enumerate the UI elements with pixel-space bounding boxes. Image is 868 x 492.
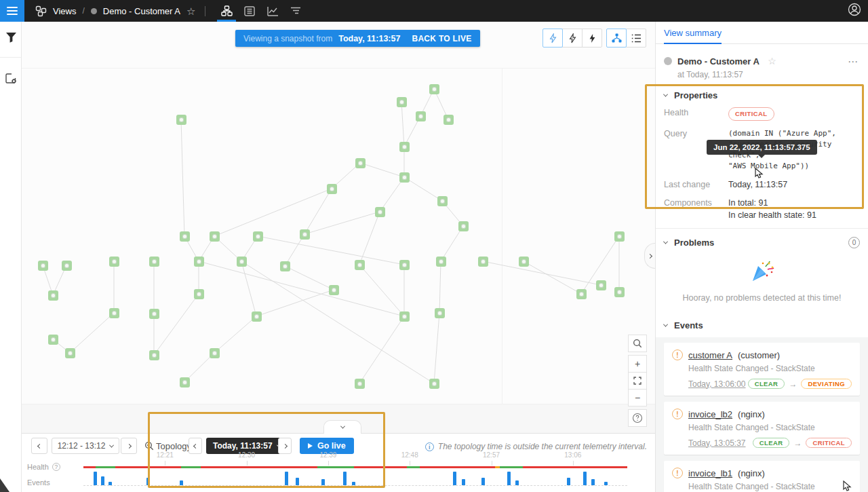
topology-node[interactable] <box>458 221 469 231</box>
lightning-outline-button[interactable] <box>562 29 583 48</box>
timeline-tracks[interactable]: 12:2112:3012:3912:4812:5713:06 <box>83 451 627 492</box>
topology-node[interactable] <box>149 350 159 360</box>
event-card[interactable]: !customer A(customer)Health State Change… <box>664 343 860 396</box>
topology-node[interactable] <box>327 184 337 194</box>
event-time-link[interactable]: Today, 13:06:00 <box>688 379 746 389</box>
topology-node[interactable] <box>576 289 587 299</box>
telemetry-chart-tab[interactable] <box>264 0 281 22</box>
range-prev-button[interactable] <box>31 438 47 454</box>
topology-node[interactable] <box>437 196 448 206</box>
topology-node[interactable] <box>176 115 186 125</box>
user-avatar[interactable] <box>848 3 861 19</box>
topology-node[interactable] <box>399 142 410 152</box>
events-section-header[interactable]: Events <box>656 312 868 337</box>
event-bar <box>462 479 465 485</box>
topology-node[interactable] <box>62 261 72 271</box>
breadcrumb-view-title[interactable]: Demo - Customer A <box>103 6 180 16</box>
event-time-link[interactable]: Today, 13:05:37 <box>688 438 746 448</box>
more-options-icon[interactable]: ⋯ <box>846 55 860 68</box>
topology-node[interactable] <box>519 257 529 267</box>
topology-node[interactable] <box>48 290 58 301</box>
topology-node[interactable] <box>109 308 119 318</box>
event-card[interactable]: !invoice_lb2(nginx)Health State Changed … <box>664 402 860 455</box>
topology-node[interactable] <box>180 377 190 387</box>
lightning-outline-blue-button[interactable] <box>542 29 563 48</box>
topology-edge <box>401 102 404 147</box>
topology-node[interactable] <box>399 311 410 322</box>
health-help-icon[interactable]: ? <box>52 463 60 471</box>
topology-node[interactable] <box>375 207 385 217</box>
zoom-to-fit-magnifier-button[interactable] <box>628 335 647 352</box>
list-layout-button[interactable] <box>626 29 646 48</box>
components-table-tab[interactable] <box>241 0 258 22</box>
events-list: !customer A(customer)Health State Change… <box>656 337 868 492</box>
topology-node[interactable] <box>429 379 439 389</box>
favorite-star-icon[interactable]: ☆ <box>768 56 776 67</box>
topology-node[interactable] <box>252 311 262 322</box>
topology-node[interactable] <box>355 158 366 168</box>
hamburger-menu-button[interactable] <box>0 0 24 22</box>
topology-node[interactable] <box>399 260 410 270</box>
timeline-tick-label: 12:30 <box>238 451 255 459</box>
topology-node[interactable] <box>149 309 159 319</box>
event-component-link[interactable]: invoice_lb2 <box>688 409 732 419</box>
topology-node[interactable] <box>237 257 247 267</box>
topology-node[interactable] <box>596 280 606 290</box>
event-component-link[interactable]: customer A <box>688 350 732 360</box>
topology-node[interactable] <box>38 261 48 271</box>
lightning-filled-button[interactable] <box>582 29 602 48</box>
breadcrumb-views[interactable]: Views <box>53 6 76 16</box>
topology-view-tab[interactable] <box>218 0 235 22</box>
graph-layout-button[interactable] <box>606 29 627 48</box>
event-bar <box>108 482 112 485</box>
view-settings-button[interactable] <box>0 69 22 89</box>
timeline-collapse-tab[interactable] <box>323 420 361 434</box>
timeline-tick-mark <box>165 461 165 466</box>
topology-node[interactable] <box>443 115 454 125</box>
app-root: Views / Demo - Customer A ☆ <box>0 0 868 492</box>
help-button[interactable] <box>628 409 647 427</box>
topology-node[interactable] <box>180 231 190 242</box>
components-value: In total: 91 In clear health state: 91 <box>728 197 816 221</box>
topology-node[interactable] <box>416 111 426 121</box>
zoom-out-button[interactable]: − <box>628 389 647 406</box>
back-to-live-button[interactable]: BACK TO LIVE <box>412 34 471 43</box>
topology-node[interactable] <box>149 257 159 267</box>
topology-node[interactable] <box>300 229 310 240</box>
topology-node[interactable] <box>48 335 58 345</box>
snapshot-banner-label: Viewing a snapshot from <box>243 34 332 43</box>
topology-node[interactable] <box>210 348 220 358</box>
event-card[interactable]: !invoice_lb1(nginx)Health State Changed … <box>664 461 860 492</box>
topology-node[interactable] <box>399 172 410 183</box>
canvas-toolbar <box>542 29 646 48</box>
snapshot-banner-time[interactable]: Today, 11:13:57 <box>338 34 400 43</box>
zoom-in-button[interactable]: + <box>628 355 647 373</box>
topology-node[interactable] <box>280 261 290 271</box>
topology-node[interactable] <box>355 379 365 389</box>
fit-screen-button[interactable] <box>628 372 647 390</box>
topology-node[interactable] <box>429 84 439 94</box>
topology-node[interactable] <box>397 97 407 107</box>
topology-node[interactable] <box>614 231 625 242</box>
view-summary-tab[interactable]: View summary <box>664 22 722 44</box>
event-component-link[interactable]: invoice_lb1 <box>688 468 732 478</box>
topology-node[interactable] <box>329 285 339 295</box>
topology-node[interactable] <box>614 287 625 297</box>
topology-node[interactable] <box>435 308 445 318</box>
topology-node[interactable] <box>253 231 263 242</box>
traces-tab[interactable] <box>288 0 304 22</box>
topology-node[interactable] <box>355 260 365 270</box>
topology-canvas[interactable]: Viewing a snapshot from Today, 11:13:57 … <box>22 22 655 433</box>
topology-node[interactable] <box>436 257 446 267</box>
topology-node[interactable] <box>109 257 119 267</box>
last-change-value[interactable]: Today, 11:13:57 <box>728 179 787 190</box>
topology-node[interactable] <box>65 348 75 358</box>
problems-section-header[interactable]: Problems 0 <box>656 228 868 255</box>
filter-button[interactable] <box>0 27 22 48</box>
topology-node[interactable] <box>194 289 204 299</box>
favorite-star-icon[interactable]: ☆ <box>186 6 195 16</box>
properties-section-header[interactable]: Properties <box>656 82 868 107</box>
topology-node[interactable] <box>194 257 204 267</box>
topology-node[interactable] <box>478 257 488 267</box>
topology-node[interactable] <box>210 231 220 242</box>
